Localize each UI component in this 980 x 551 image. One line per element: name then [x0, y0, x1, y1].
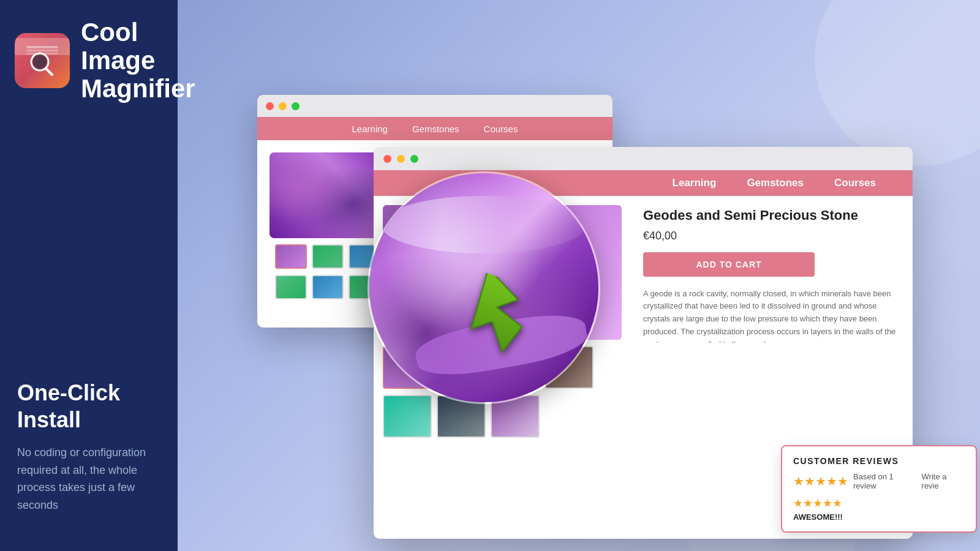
logo-area: Cool Image Magnifier [0, 0, 178, 122]
nav-gemstones-small[interactable]: Gemstones [412, 124, 459, 134]
bg-decoration-circle-1 [815, 0, 980, 165]
titlebar-small [257, 95, 612, 117]
add-to-cart-button[interactable]: ADD TO CART [643, 252, 815, 277]
small-thumb-2 [312, 244, 344, 269]
titlebar-dot-yellow [279, 102, 287, 110]
nav-courses-large[interactable]: Courses [834, 177, 876, 189]
nav-learning-small[interactable]: Learning [352, 124, 388, 134]
review-entry-1: ★★★★★ AWESOME!!! [793, 497, 965, 522]
small-thumbnail-row [275, 244, 380, 269]
product-price: €40,00 [643, 230, 900, 242]
nav-learning-large[interactable]: Learning [673, 177, 717, 189]
nav-bar-small: Learning Gemstones Courses [257, 117, 612, 140]
reviews-title: CUSTOMER REVIEWS [793, 456, 965, 466]
titlebar-dot-green [292, 102, 300, 110]
reviews-stars: ★★★★★ [793, 474, 848, 489]
svg-rect-2 [26, 53, 58, 54]
customer-reviews-box: CUSTOMER REVIEWS ★★★★★ Based on 1 review… [781, 445, 977, 533]
small-thumb-4 [275, 275, 307, 299]
one-click-install-desc: No coding or configuration required at a… [17, 444, 160, 514]
app-title: Cool Image Magnifier [81, 18, 195, 103]
main-content: Learning Gemstones Courses [178, 0, 980, 551]
svg-line-5 [46, 69, 52, 75]
reviews-stars-row: ★★★★★ Based on 1 review Write a revie [793, 472, 965, 490]
svg-rect-1 [26, 50, 58, 51]
sidebar-lower: One-Click Install No coding or configura… [0, 361, 178, 551]
review-stars-small: ★★★★★ [793, 497, 965, 510]
titlebar-dot-red [266, 102, 274, 110]
app-logo-icon [15, 33, 70, 88]
nav-courses-small[interactable]: Courses [484, 124, 518, 134]
sidebar: Cool Image Magnifier One-Click Install N… [0, 0, 178, 551]
large-thumb-5 [383, 395, 432, 438]
titlebar-large-dot-red [383, 155, 391, 163]
small-thumb-1 [275, 244, 307, 269]
small-thumbnail-row-2 [275, 275, 380, 299]
reviews-based-on: Based on 1 review [853, 472, 917, 490]
write-review-link[interactable]: Write a revie [922, 472, 965, 490]
nav-gemstones-large[interactable]: Gemstones [747, 177, 804, 189]
titlebar-large [374, 147, 913, 170]
small-main-stone-image [270, 152, 386, 238]
titlebar-large-dot-green [410, 155, 418, 163]
product-description: A geode is a rock cavity, normally close… [643, 288, 900, 343]
one-click-install-title: One-Click Install [17, 380, 160, 432]
titlebar-large-dot-yellow [397, 155, 405, 163]
review-label: AWESOME!!! [793, 512, 965, 522]
svg-rect-0 [26, 46, 58, 48]
svg-point-4 [33, 55, 47, 69]
small-thumb-5 [312, 275, 344, 299]
product-title: Geodes and Semi Precious Stone [643, 207, 900, 225]
